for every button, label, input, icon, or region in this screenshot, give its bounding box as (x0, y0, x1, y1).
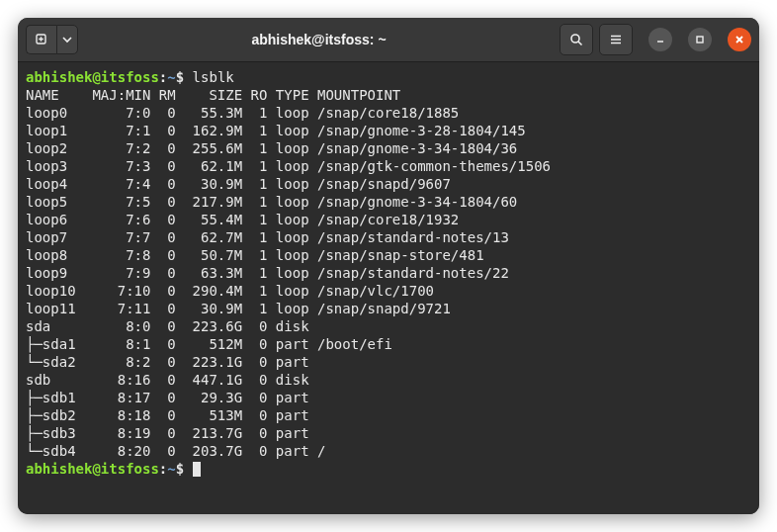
command-text: lsblk (193, 69, 234, 85)
lsblk-row: └─sda2 8:2 0 223.1G 0 part (26, 354, 317, 370)
chevron-down-icon (62, 35, 72, 44)
prompt-path: ~ (167, 461, 175, 477)
lsblk-row: loop6 7:6 0 55.4M 1 loop /snap/core18/19… (26, 212, 459, 227)
lsblk-row: loop0 7:0 0 55.3M 1 loop /snap/core18/18… (26, 105, 459, 121)
search-icon (569, 33, 583, 46)
maximize-button[interactable] (688, 28, 712, 51)
terminal-output[interactable]: abhishek@itsfoss:~$ lsblk NAME MAJ:MIN R… (18, 62, 759, 514)
svg-line-4 (578, 42, 582, 45)
new-tab-button[interactable] (26, 25, 56, 54)
lsblk-row: loop7 7:7 0 62.7M 1 loop /snap/standard-… (26, 229, 509, 245)
terminal-window: abhishek@itsfoss: ~ (18, 18, 759, 514)
prompt-dollar: $ (176, 461, 193, 477)
window-title: abhishek@itsfoss: ~ (78, 32, 560, 47)
hamburger-menu-button[interactable] (599, 24, 633, 55)
close-icon (734, 35, 744, 44)
lsblk-row: loop11 7:11 0 30.9M 1 loop /snap/snapd/9… (26, 301, 451, 316)
prompt-path: ~ (167, 69, 175, 85)
lsblk-row: loop4 7:4 0 30.9M 1 loop /snap/snapd/960… (26, 176, 451, 192)
lsblk-row: loop1 7:1 0 162.9M 1 loop /snap/gnome-3-… (26, 123, 526, 138)
text-cursor (193, 462, 201, 477)
prompt-userhost: abhishek@itsfoss (26, 69, 159, 85)
lsblk-row: ├─sdb1 8:17 0 29.3G 0 part (26, 390, 317, 405)
maximize-icon (695, 35, 705, 44)
new-tab-menu-button[interactable] (56, 25, 78, 54)
lsblk-row: loop10 7:10 0 290.4M 1 loop /snap/vlc/17… (26, 283, 434, 299)
hamburger-icon (609, 33, 623, 46)
svg-point-3 (571, 35, 579, 43)
lsblk-row: sda 8:0 0 223.6G 0 disk (26, 318, 317, 334)
lsblk-row: ├─sdb2 8:18 0 513M 0 part (26, 407, 317, 423)
lsblk-row: loop3 7:3 0 62.1M 1 loop /snap/gtk-commo… (26, 158, 551, 174)
titlebar: abhishek@itsfoss: ~ (18, 18, 759, 62)
new-tab-icon (35, 33, 48, 46)
search-button[interactable] (560, 24, 593, 55)
lsblk-row: ├─sda1 8:1 0 512M 0 part /boot/efi (26, 336, 392, 352)
lsblk-row: ├─sdb3 8:19 0 213.7G 0 part (26, 425, 317, 441)
lsblk-row: └─sdb4 8:20 0 203.7G 0 part / (26, 443, 325, 459)
lsblk-row: sdb 8:16 0 447.1G 0 disk (26, 372, 317, 388)
lsblk-row: loop9 7:9 0 63.3M 1 loop /snap/standard-… (26, 265, 509, 281)
minimize-icon (655, 35, 665, 44)
new-tab-split-button[interactable] (26, 25, 78, 54)
prompt-userhost: abhishek@itsfoss (26, 461, 159, 477)
minimize-button[interactable] (648, 28, 672, 51)
svg-rect-9 (697, 37, 703, 43)
lsblk-header: NAME MAJ:MIN RM SIZE RO TYPE MOUNTPOINT (26, 87, 400, 103)
prompt-dollar: $ (176, 69, 193, 85)
lsblk-row: loop5 7:5 0 217.9M 1 loop /snap/gnome-3-… (26, 194, 517, 210)
close-button[interactable] (728, 28, 751, 51)
lsblk-row: loop8 7:8 0 50.7M 1 loop /snap/snap-stor… (26, 247, 484, 263)
lsblk-row: loop2 7:2 0 255.6M 1 loop /snap/gnome-3-… (26, 140, 517, 156)
